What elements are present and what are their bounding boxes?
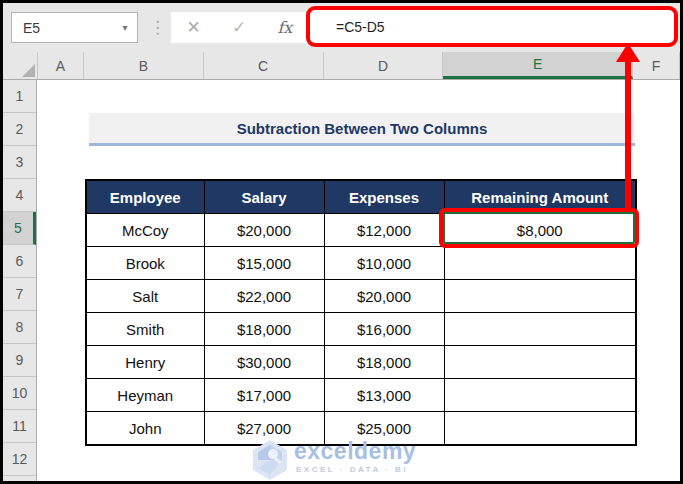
row-header-6[interactable]: 6	[3, 245, 36, 278]
formula-bar-highlight-box: =C5-D5	[306, 6, 678, 47]
name-box[interactable]: E5 ▾	[11, 12, 138, 43]
insert-function-icon[interactable]: fx	[277, 18, 292, 37]
cell-E8[interactable]	[444, 313, 636, 346]
excel-window: E5 ▾ ⋮ ✕ ✓ fx =C5-D5 ABCDEF 123456789101…	[3, 3, 680, 481]
watermark-tagline: EXCEL · DATA · BI	[296, 465, 416, 474]
row-header-2[interactable]: 2	[3, 113, 36, 146]
cell-D10[interactable]: $13,000	[324, 379, 444, 412]
name-box-dropdown-icon[interactable]: ▾	[113, 22, 137, 33]
cell-D5[interactable]: $12,000	[324, 214, 444, 247]
cell-B8[interactable]: Smith	[86, 313, 204, 346]
select-all-corner[interactable]	[3, 52, 38, 79]
row-header-5[interactable]: 5	[3, 212, 36, 245]
row-header-7[interactable]: 7	[3, 278, 36, 311]
cell-E11[interactable]	[444, 412, 636, 446]
row-header-10[interactable]: 10	[3, 377, 36, 410]
exceldemy-logo-icon	[252, 439, 288, 481]
row-headers: 123456789101112	[3, 80, 37, 481]
cell-E10[interactable]	[444, 379, 636, 412]
watermark-brand: exceldemy	[294, 439, 416, 463]
row-header-9[interactable]: 9	[3, 344, 36, 377]
table-header-expenses[interactable]: Expenses	[324, 180, 444, 214]
cancel-icon[interactable]: ✕	[187, 17, 201, 38]
table-header-employee[interactable]: Employee	[86, 180, 204, 214]
cell-B11[interactable]: John	[86, 412, 204, 446]
table-row-8: Smith$18,000$16,000	[86, 313, 636, 346]
table-header-remaining-amount[interactable]: Remaining Amount	[444, 180, 636, 214]
cell-C10[interactable]: $17,000	[204, 379, 324, 412]
row-header-8[interactable]: 8	[3, 311, 36, 344]
cell-E9[interactable]	[444, 346, 636, 379]
cell-E7[interactable]	[444, 280, 636, 313]
cell-B7[interactable]: Salt	[86, 280, 204, 313]
name-box-value[interactable]: E5	[12, 20, 113, 36]
cell-B6[interactable]: Brook	[86, 247, 204, 280]
cell-E5[interactable]: $8,000	[444, 214, 636, 247]
table-row-9: Henry$30,000$18,000	[86, 346, 636, 379]
table-header-row: EmployeeSalaryExpensesRemaining Amount	[86, 180, 636, 214]
column-header-A[interactable]: A	[38, 52, 84, 79]
watermark: exceldemy EXCEL · DATA · BI	[252, 439, 416, 481]
table-row-5: McCoy$20,000$12,000$8,000	[86, 214, 636, 247]
cell-E6[interactable]	[444, 247, 636, 280]
formula-buttons: ✕ ✓ fx	[171, 12, 308, 43]
cell-C6[interactable]: $15,000	[204, 247, 324, 280]
cell-D6[interactable]: $10,000	[324, 247, 444, 280]
table-row-10: Heyman$17,000$13,000	[86, 379, 636, 412]
cell-B10[interactable]: Heyman	[86, 379, 204, 412]
row-header-1[interactable]: 1	[3, 80, 36, 113]
row-header-11[interactable]: 11	[3, 410, 36, 443]
data-table: EmployeeSalaryExpensesRemaining Amount M…	[85, 179, 637, 446]
cell-D7[interactable]: $20,000	[324, 280, 444, 313]
formula-bar-input[interactable]: =C5-D5	[310, 19, 385, 35]
red-arrow-shaft	[625, 59, 631, 209]
cell-C7[interactable]: $22,000	[204, 280, 324, 313]
column-header-F[interactable]: F	[633, 52, 680, 79]
cell-C8[interactable]: $18,000	[204, 313, 324, 346]
cell-C5[interactable]: $20,000	[204, 214, 324, 247]
column-header-D[interactable]: D	[324, 52, 444, 79]
red-arrow-head-icon	[616, 43, 640, 62]
cell-D9[interactable]: $18,000	[324, 346, 444, 379]
table-row-6: Brook$15,000$10,000	[86, 247, 636, 280]
cell-B5[interactable]: McCoy	[86, 214, 204, 247]
cell-B9[interactable]: Henry	[86, 346, 204, 379]
formula-bar-chrome: E5 ▾ ⋮ ✕ ✓ fx =C5-D5	[3, 3, 680, 52]
select-all-icon	[22, 64, 35, 77]
row-header-3[interactable]: 3	[3, 146, 36, 179]
enter-icon[interactable]: ✓	[232, 17, 246, 38]
column-header-E[interactable]: E	[443, 52, 633, 79]
row-header-4[interactable]: 4	[3, 179, 36, 212]
row-header-12[interactable]: 12	[3, 443, 36, 476]
column-header-C[interactable]: C	[204, 52, 324, 79]
table-header-salary[interactable]: Salary	[204, 180, 324, 214]
column-headers: ABCDEF	[3, 52, 680, 80]
more-options-icon: ⋮	[149, 15, 166, 40]
table-row-7: Salt$22,000$20,000	[86, 280, 636, 313]
worksheet-title: Subtraction Between Two Columns	[237, 120, 488, 137]
column-header-B[interactable]: B	[84, 52, 204, 79]
cell-C9[interactable]: $30,000	[204, 346, 324, 379]
cell-D8[interactable]: $16,000	[324, 313, 444, 346]
worksheet-title-band: Subtraction Between Two Columns	[89, 113, 635, 146]
